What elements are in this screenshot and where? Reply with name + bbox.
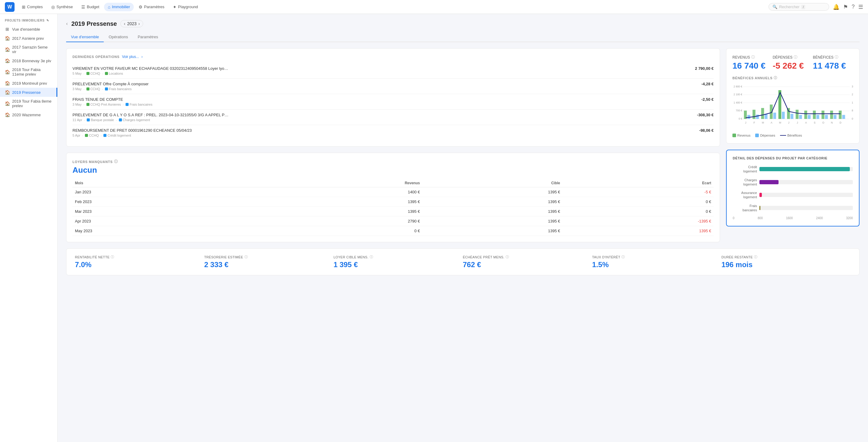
search-box[interactable]: 🔍 Rechercher / <box>769 3 829 11</box>
svg-rect-36 <box>834 115 836 119</box>
nav-budget[interactable]: ☰ Budget <box>78 3 103 11</box>
info-icon: ⓘ <box>244 255 248 259</box>
top-navigation: W ⊞ Comptes ◎ Synthèse ☰ Budget ⌂ Immobi… <box>0 0 868 14</box>
op-meta: 3 May - CCHQ - Frais bancaires <box>72 87 695 91</box>
svg-rect-38 <box>842 115 845 119</box>
operation-row[interactable]: PRELEVEMENT DE G A L Y O S.A REF : PREL.… <box>72 110 714 125</box>
nav-immobilier[interactable]: ⌂ Immobilier <box>104 3 133 11</box>
nav-comptes[interactable]: ⊞ Comptes <box>18 3 46 11</box>
parametres-icon: ⚙ <box>138 5 143 9</box>
stat-revenus-value: 16 740 € <box>733 61 773 71</box>
hbar-axis: 0 800 1600 2400 3200 <box>733 216 853 220</box>
op-amount: -98,06 € <box>699 128 714 132</box>
bottom-stat-item: TAUX D'INTÉRÊT ⓘ 1.5% <box>592 255 721 269</box>
op-meta: 3 May - CCHQ Pret Asnieres - Frais banca… <box>72 102 695 106</box>
hbar-label: Assurance logement <box>733 190 757 200</box>
cell-revenus: 0 € <box>256 226 422 236</box>
sidebar-item-2017-asniere[interactable]: 🏠 2017 Asniere prev <box>0 34 57 43</box>
year-next-button[interactable]: › <box>138 21 140 26</box>
annual-chart-area: 2 800 € 2 100 € 1 400 € 700 € 0 € 3 200 … <box>733 83 853 131</box>
svg-text:700 €: 700 € <box>736 109 742 112</box>
back-button[interactable]: ‹ <box>66 21 68 26</box>
svg-text:3 200 €: 3 200 € <box>851 85 853 88</box>
page-tabs: Vue d'ensemble Opérations Paramètres <box>66 32 860 42</box>
nav-playground[interactable]: ✦ Playground <box>169 3 202 11</box>
cell-cible: 1395 € <box>422 216 562 226</box>
sidebar-item-2017-sarrazin[interactable]: 🏠 2017 Sarrazin 5eme vir <box>0 43 57 56</box>
bottom-stat-item: ÉCHÉANCE PRÊT MENS. ⓘ 762 € <box>463 255 592 269</box>
stats-row: REVENUS ⓘ 16 740 € DÉPENSES ⓘ -5 262 € <box>733 55 853 71</box>
immobilier-icon: ⌂ <box>108 5 110 9</box>
operation-row[interactable]: REMBOURSEMENT DE PRET 00001961290 ECHEAN… <box>72 125 714 140</box>
operation-row[interactable]: FRAIS TENUE DE COMPTE 3 May - CCHQ Pret … <box>72 94 714 110</box>
property-icon: 🏠 <box>5 101 10 106</box>
tab-vue-ensemble[interactable]: Vue d'ensemble <box>66 32 104 42</box>
expenses-title: DÉTAIL DES DÉPENSES DU PROJET PAR CATÉGO… <box>733 156 853 160</box>
cell-ecart: 1395 € <box>563 226 714 236</box>
year-prev-button[interactable]: ‹ <box>124 21 125 26</box>
hbar-label: Crédit logement <box>733 165 757 174</box>
help-icon[interactable]: ? <box>851 4 855 10</box>
loyers-table-row: May 2023 0 € 1395 € 1395 € <box>72 226 714 236</box>
hbar-row: Frais bancaires <box>733 204 853 212</box>
annual-chart-svg: 2 800 € 2 100 € 1 400 € 700 € 0 € 3 200 … <box>733 83 853 131</box>
tag-dot <box>87 118 90 121</box>
sidebar-item-2019-tour-fabia[interactable]: 🏠 2019 Tour Fabia 8eme prelev <box>0 97 57 110</box>
bottom-stat-label: TAUX D'INTÉRÊT ⓘ <box>592 255 721 259</box>
svg-text:2 100 €: 2 100 € <box>734 93 742 96</box>
legend-green-dot <box>733 134 736 137</box>
sidebar-item-2019-montreuil[interactable]: 🏠 2019 Montreuil prev <box>0 79 57 88</box>
comptes-icon: ⊞ <box>22 5 26 9</box>
edit-icon[interactable]: ✎ <box>46 19 49 22</box>
sidebar-item-2019-pressense[interactable]: 🏠 2019 Pressense <box>0 88 57 97</box>
info-icon[interactable]: ⓘ <box>751 55 755 60</box>
app-logo[interactable]: W <box>5 2 14 12</box>
hbar-row: Charges logement <box>733 178 853 187</box>
category-dot <box>105 87 108 90</box>
info-icon[interactable]: ⓘ <box>835 55 838 60</box>
content-right: REVENUS ⓘ 16 740 € DÉPENSES ⓘ -5 262 € <box>726 48 860 242</box>
svg-text:2 800 €: 2 800 € <box>734 85 742 88</box>
category-dot <box>103 134 106 137</box>
nav-synthese[interactable]: ◎ Synthèse <box>48 3 76 11</box>
hbar-label: Frais bancaires <box>733 204 757 212</box>
bottom-stat-value: 7.0% <box>75 261 204 269</box>
sidebar-item-2018-tour-fabia[interactable]: 🏠 2018 Tour Fabia 11eme prelev <box>0 65 57 79</box>
flag-icon[interactable]: ⚑ <box>843 4 848 10</box>
cell-cible: 1395 € <box>422 226 562 236</box>
tab-operations[interactable]: Opérations <box>104 32 133 42</box>
notifications-icon[interactable]: 🔔 <box>833 4 839 10</box>
bottom-stat-value: 762 € <box>463 261 592 269</box>
bottom-stat-label: DURÉE RESTANTE ⓘ <box>721 255 851 259</box>
sidebar-item-2020-wazemme[interactable]: 🏠 2020 Wazemme <box>0 110 57 119</box>
operation-row[interactable]: VIREMENT EN VOTRE FAVEUR MC ECHAFAUDAGE … <box>72 63 714 79</box>
hbars-container: Crédit logement Charges logement Assuran… <box>733 165 853 212</box>
operations-card: DERNIÈRES OPÉRATIONS Voir plus... › VIRE… <box>66 48 720 147</box>
cell-ecart: -1395 € <box>563 216 714 226</box>
menu-icon[interactable]: ☰ <box>858 4 863 10</box>
stats-card: REVENUS ⓘ 16 740 € DÉPENSES ⓘ -5 262 € <box>726 48 860 144</box>
nav-parametres[interactable]: ⚙ Paramètres <box>135 3 168 11</box>
tag-dot <box>85 134 88 137</box>
operation-row[interactable]: PRELEVEMENT Offre Compte À composer 3 Ma… <box>72 79 714 94</box>
sidebar-item-2018-bonnevay[interactable]: 🏠 2018 Bonnevay 3e plv <box>0 56 57 65</box>
info-icon[interactable]: ⓘ <box>794 55 797 60</box>
search-icon: 🔍 <box>772 5 777 9</box>
budget-icon: ☰ <box>81 5 85 9</box>
hbar-fill <box>760 206 760 210</box>
voir-plus-link[interactable]: Voir plus... <box>122 55 139 59</box>
op-amount: 2 790,00 € <box>695 66 714 71</box>
sidebar-item-vue-ensemble[interactable]: ⊞ Vue d'ensemble <box>0 25 57 34</box>
hbar-row: Crédit logement <box>733 165 853 174</box>
svg-rect-31 <box>813 111 815 119</box>
property-icon: 🏠 <box>5 81 10 86</box>
category-dot <box>119 118 122 121</box>
overview-icon: ⊞ <box>5 27 10 32</box>
bottom-stat-value: 196 mois <box>721 261 851 269</box>
stat-benefices-value: 11 478 € <box>813 61 853 71</box>
stat-revenus-label: REVENUS ⓘ <box>733 55 773 60</box>
col-cible: Cible <box>422 179 562 187</box>
main-content: ‹ 2019 Pressense ‹ 2023 › Vue d'ensemble… <box>58 14 868 442</box>
cell-mois: Jan 2023 <box>72 187 256 197</box>
tab-parametres[interactable]: Paramètres <box>133 32 163 42</box>
